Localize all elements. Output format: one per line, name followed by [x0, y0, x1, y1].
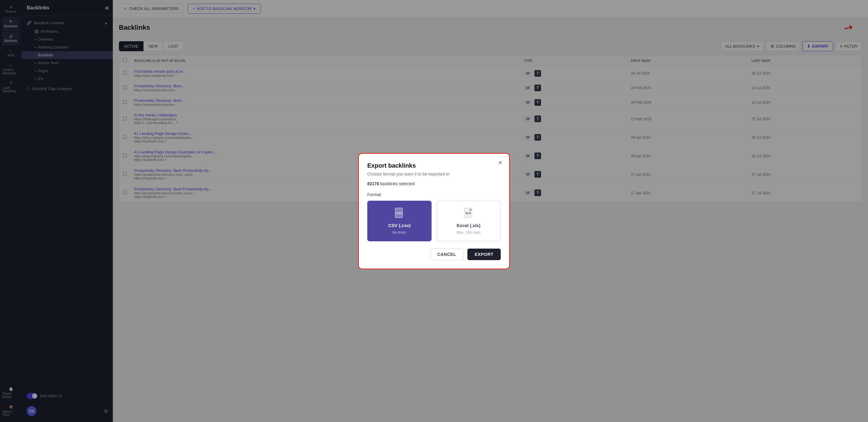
format-csv[interactable]: CSV CSV (.csv) No limits	[367, 201, 432, 241]
export-confirm-button[interactable]: EXPORT	[467, 249, 501, 260]
csv-label: CSV (.csv)	[388, 223, 411, 228]
svg-text:CSV: CSV	[396, 212, 402, 215]
excel-label: Excel (.xls)	[457, 223, 480, 228]
svg-text:XLS: XLS	[466, 212, 471, 215]
csv-icon: CSV	[394, 207, 405, 220]
cancel-button[interactable]: CANCEL	[430, 249, 464, 260]
modal-close-button[interactable]: ✕	[496, 159, 504, 167]
format-label: Format:	[367, 192, 501, 197]
format-options: CSV CSV (.csv) No limits XLS ✕ Excel (.x…	[367, 201, 501, 241]
excel-icon: XLS ✕	[463, 207, 474, 220]
count-suffix: backlinks selected	[380, 181, 415, 186]
modal-count: 82178 backlinks selected	[367, 181, 501, 186]
csv-sublabel: No limits	[393, 230, 406, 235]
modal-subtitle: Choose format you want it to be exported…	[367, 171, 501, 176]
modal-title: Export backlinks	[367, 162, 501, 169]
format-excel[interactable]: XLS ✕ Excel (.xls) Max. 10K rows	[436, 201, 501, 241]
excel-sublabel: Max. 10K rows	[457, 230, 480, 235]
modal-actions: CANCEL EXPORT	[367, 249, 501, 260]
svg-text:✕: ✕	[469, 208, 472, 212]
modal-overlay[interactable]: ✕ Export backlinks Choose format you wan…	[0, 0, 868, 422]
export-modal: ✕ Export backlinks Choose format you wan…	[358, 153, 510, 269]
